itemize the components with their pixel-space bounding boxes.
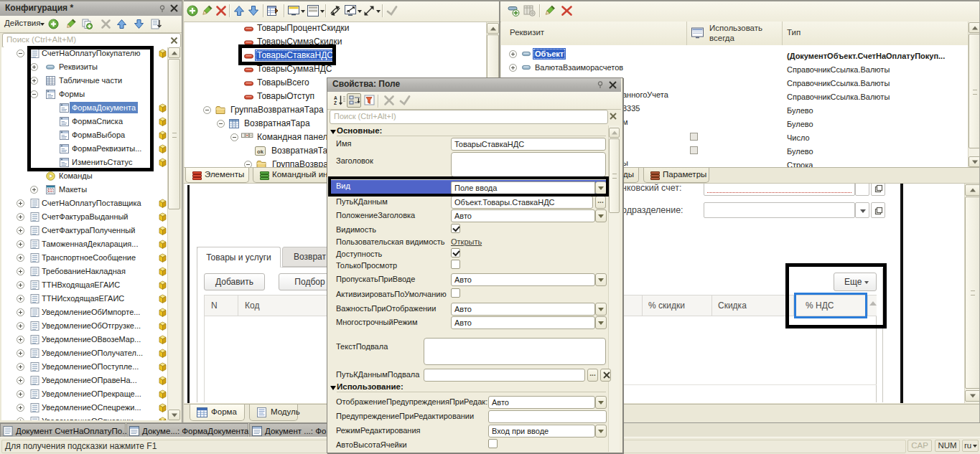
- expander-plus-icon[interactable]: [17, 213, 24, 221]
- clear-button[interactable]: [600, 369, 611, 382]
- toolbar-button-monitor-dd-icon[interactable]: [288, 5, 305, 17]
- expander-plus-icon[interactable]: [17, 199, 24, 207]
- expander-plus-icon[interactable]: [17, 295, 24, 303]
- department-input[interactable]: [704, 202, 855, 218]
- column-separator[interactable]: [782, 22, 783, 45]
- scroll-thumb[interactable]: [969, 34, 980, 148]
- toolbar-button-sort-az-icon[interactable]: AZ: [332, 93, 347, 108]
- scroll-up-button[interactable]: [965, 184, 980, 196]
- props-search-input[interactable]: Поиск (Ctrl+Alt+I): [330, 110, 608, 124]
- toolbar-button-category-view-icon[interactable]: [347, 93, 361, 108]
- attr-row[interactable]: ВалютаВзаиморасчетовСправочникСсылка.Вал…: [501, 61, 969, 75]
- dropdown-button[interactable]: [595, 209, 607, 222]
- scroll-up-button[interactable]: [969, 22, 980, 33]
- tree-item[interactable]: УведомлениеОПолучател...: [1, 346, 169, 360]
- department-dropdown-button[interactable]: [855, 202, 869, 218]
- tree-item[interactable]: СчетФактураПолученный: [1, 224, 169, 237]
- use-always-checkbox[interactable]: [690, 133, 698, 141]
- form-designer-scrollbar[interactable]: [964, 183, 980, 403]
- expander-minus-icon[interactable]: [244, 161, 252, 167]
- window-tab-0[interactable]: Документ СчетНаОплатуПо...: [0, 423, 126, 438]
- expander-plus-icon[interactable]: [17, 404, 24, 412]
- tree-item[interactable]: УведомлениеОСписании...: [1, 415, 169, 420]
- search-clear-icon[interactable]: [170, 37, 178, 44]
- dropdown-field[interactable]: Авто: [451, 316, 595, 329]
- attr-row[interactable]: Объект(ДокументОбъект.СчетНаОплатуПокуп.…: [501, 47, 969, 61]
- dropdown-button[interactable]: [595, 425, 607, 438]
- form-column-0[interactable]: N: [211, 295, 218, 316]
- expander-plus-icon[interactable]: [17, 268, 24, 275]
- toolbar-button-resize-dd-icon[interactable]: [345, 5, 362, 17]
- expander-minus-icon[interactable]: [217, 120, 225, 128]
- toolbar-button-move-up-icon[interactable]: [233, 5, 246, 17]
- toolbar-button-panel-dd-icon[interactable]: [307, 5, 325, 17]
- toolbar-button-table-settings-icon[interactable]: [267, 5, 279, 17]
- actions-dropdown-arrow[interactable]: [40, 23, 45, 26]
- toolbar-button-open-object-icon[interactable]: [150, 18, 162, 30]
- expander-minus-icon[interactable]: [203, 106, 211, 114]
- form-column-3[interactable]: Скидка: [718, 295, 747, 316]
- input-field[interactable]: [488, 410, 607, 423]
- toolbar-button-add-circle-icon[interactable]: [187, 5, 199, 17]
- window-tab-1[interactable]: Докуме...: ФормаДокумента: [126, 423, 248, 438]
- dropdown-field[interactable]: Авто: [488, 396, 595, 409]
- section-collapse-icon[interactable]: [330, 386, 336, 390]
- open-link[interactable]: Открыть: [451, 237, 482, 246]
- search-clear-icon[interactable]: [607, 110, 619, 122]
- expander-plus-icon[interactable]: [17, 390, 24, 398]
- expander-plus-icon[interactable]: [17, 322, 24, 330]
- toolbar-button-add-table-grey-icon[interactable]: [523, 5, 536, 17]
- tree-item[interactable]: ТребованиеНакладная: [1, 265, 169, 278]
- toolbar-button-delete-x-red-icon[interactable]: [561, 5, 574, 17]
- input-field[interactable]: Объект.Товары.СтавкаНДС: [451, 196, 593, 209]
- toolbar-button-filter-icon[interactable]: [363, 93, 377, 108]
- use-always-checkbox[interactable]: [690, 146, 698, 154]
- dropdown-field[interactable]: Вход при вводе: [488, 425, 595, 438]
- tree-item[interactable]: УведомлениеОбИмпорте...: [1, 306, 169, 319]
- tree-item[interactable]: Макеты: [1, 183, 169, 197]
- attrs-scrollbar[interactable]: [968, 22, 980, 168]
- input-field[interactable]: ТоварыСтавкаНДС: [451, 138, 606, 151]
- checkbox-checked[interactable]: [451, 248, 460, 257]
- window-tab-2[interactable]: Документ ...: Фо: [249, 423, 335, 438]
- column-separator[interactable]: [686, 22, 687, 45]
- dropdown-button[interactable]: [595, 396, 607, 409]
- tree-item[interactable]: ТТНИсходящаяЕГАИС: [1, 292, 169, 306]
- toolbar-button-edit-pencil-icon[interactable]: [65, 18, 77, 30]
- scroll-thumb[interactable]: [965, 197, 980, 389]
- toolbar-button-add-circle-icon[interactable]: [47, 18, 60, 30]
- tree-item[interactable]: УведомлениеОПрекраще...: [1, 387, 169, 401]
- tab-form[interactable]: Форма: [190, 405, 245, 421]
- expander-plus-icon[interactable]: [17, 254, 24, 262]
- expander-plus-icon[interactable]: [17, 349, 24, 357]
- toolbar-button-delete-x-red-icon[interactable]: [215, 5, 228, 17]
- num-indicator[interactable]: NUM: [935, 440, 960, 452]
- dropdown-button[interactable]: [595, 303, 607, 316]
- input-field[interactable]: [451, 152, 606, 177]
- form-col-separator[interactable]: [238, 295, 238, 316]
- expander-plus-icon[interactable]: [17, 227, 24, 235]
- expander-plus-icon[interactable]: [509, 64, 517, 72]
- toolbar-button-move-down-icon[interactable]: [133, 18, 145, 30]
- close-icon[interactable]: [608, 80, 617, 90]
- add-button[interactable]: Добавить: [204, 273, 265, 290]
- dropdown-field[interactable]: Авто: [451, 273, 595, 286]
- actions-button[interactable]: Действия: [4, 19, 40, 27]
- toolbar-button-move-down-icon[interactable]: [248, 5, 260, 17]
- tree-item[interactable]: ТранспортноеСообщение: [1, 251, 169, 265]
- scroll-thumb[interactable]: [609, 138, 620, 213]
- close-icon[interactable]: [169, 4, 179, 13]
- toolbar-button-scale-dd-icon[interactable]: [363, 5, 381, 17]
- form-column-1[interactable]: Код: [245, 295, 259, 316]
- tree-item[interactable]: ТТНВходящаяЕГАИС: [1, 278, 169, 292]
- tree-item[interactable]: ТаможеннаяДекларация...: [1, 237, 169, 251]
- checkbox-unchecked[interactable]: [451, 288, 460, 298]
- toolbar-button-check-grey-icon[interactable]: [398, 93, 412, 108]
- form-col-separator[interactable]: [711, 295, 712, 316]
- expander-plus-icon[interactable]: [17, 308, 24, 316]
- expander-plus-icon[interactable]: [30, 186, 38, 194]
- expander-plus-icon[interactable]: [17, 377, 24, 384]
- expander-minus-icon[interactable]: [17, 49, 24, 57]
- config-tree-scrollbar[interactable]: [167, 47, 180, 420]
- props-scrollbar[interactable]: [608, 126, 620, 452]
